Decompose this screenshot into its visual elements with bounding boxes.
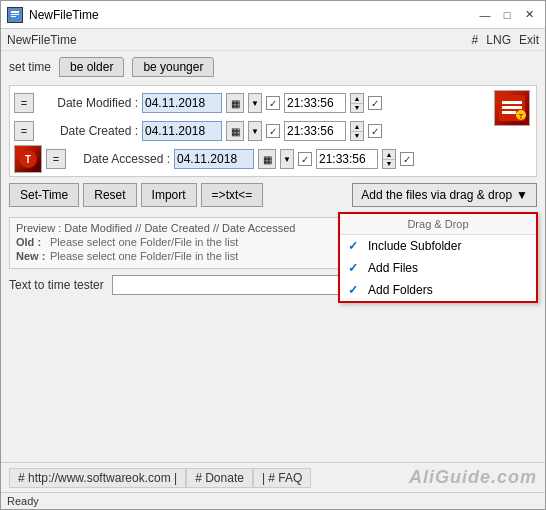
- dropdown-accessed-button[interactable]: ▼: [280, 149, 294, 169]
- app-window: NewFileTime — □ ✕ NewFileTime # LNG Exit…: [0, 0, 546, 510]
- menu-lng[interactable]: LNG: [486, 33, 511, 47]
- calendar-created-button[interactable]: ▦: [226, 121, 244, 141]
- add-files-dropdown: Drag & Drop ✓ Include Subfolder ✓ Add Fi…: [338, 212, 538, 303]
- title-bar: NewFileTime — □ ✕: [1, 1, 545, 29]
- bottom-link-faq[interactable]: | # FAQ: [253, 468, 311, 488]
- set-time-label: set time: [9, 60, 51, 74]
- time-accessed-input[interactable]: [316, 149, 378, 169]
- checkbox-created-time[interactable]: ✓: [368, 124, 382, 138]
- window-title: NewFileTime: [29, 8, 99, 22]
- checkbox-created[interactable]: ✓: [266, 124, 280, 138]
- toolbar-row: Set-Time Reset Import =>txt<= Add the fi…: [9, 183, 537, 207]
- dropdown-include-subfolder[interactable]: ✓ Include Subfolder: [340, 235, 536, 257]
- be-younger-tab[interactable]: be younger: [132, 57, 214, 77]
- preview-label: Preview :: [16, 222, 61, 234]
- preview-new-label: New :: [16, 250, 46, 262]
- reset-button[interactable]: Reset: [83, 183, 136, 207]
- status-bar: Ready: [1, 492, 545, 509]
- svg-rect-9: [502, 111, 516, 114]
- spin-accessed[interactable]: ▲ ▼: [382, 149, 396, 169]
- date-created-row: = Date Created : ▦ ▼ ✓ ▲ ▼ ✓: [14, 118, 532, 144]
- preview-new-value: Please select one Folder/File in the lis…: [50, 250, 238, 262]
- import-button[interactable]: Import: [141, 183, 197, 207]
- calendar-modified-button[interactable]: ▦: [226, 93, 244, 113]
- bottom-links: # http://www.softwareok.com | # Donate |…: [9, 468, 311, 488]
- checkbox-accessed[interactable]: ✓: [298, 152, 312, 166]
- minimize-button[interactable]: —: [475, 6, 495, 24]
- svg-text:T: T: [25, 154, 31, 165]
- close-button[interactable]: ✕: [519, 6, 539, 24]
- date-modified-input[interactable]: [142, 93, 222, 113]
- bottom-link-website[interactable]: # http://www.softwareok.com |: [9, 468, 186, 488]
- maximize-button[interactable]: □: [497, 6, 517, 24]
- menu-bar: NewFileTime # LNG Exit: [1, 29, 545, 51]
- app-name-menu[interactable]: NewFileTime: [7, 33, 77, 47]
- time-created-input[interactable]: [284, 121, 346, 141]
- date-accessed-input[interactable]: [174, 149, 254, 169]
- add-files-label: Add Files: [368, 261, 418, 275]
- dropdown-add-files[interactable]: ✓ Add Files: [340, 257, 536, 279]
- main-content: set time be older be younger = Date Modi…: [1, 51, 545, 462]
- spin-modified[interactable]: ▲ ▼: [350, 93, 364, 113]
- date-accessed-label: Date Accessed :: [70, 152, 170, 166]
- eq-button-accessed[interactable]: =: [46, 149, 66, 169]
- checkbox-modified[interactable]: ✓: [266, 96, 280, 110]
- add-files-button[interactable]: Add the files via drag & drop ▼: [352, 183, 537, 207]
- include-subfolder-label: Include Subfolder: [368, 239, 461, 253]
- eq-button-created[interactable]: =: [14, 121, 34, 141]
- calendar-accessed-button[interactable]: ▦: [258, 149, 276, 169]
- svg-rect-8: [502, 106, 522, 109]
- menu-hash[interactable]: #: [472, 33, 479, 47]
- dropdown-arrow-icon: ▼: [516, 188, 528, 202]
- app-icon: [7, 7, 23, 23]
- convert-button[interactable]: =>txt<=: [201, 183, 264, 207]
- check-subfolder: ✓: [348, 239, 362, 253]
- dropdown-header: Drag & Drop: [340, 214, 536, 235]
- bottom-link-donate[interactable]: # Donate: [186, 468, 253, 488]
- svg-rect-3: [11, 16, 16, 17]
- svg-rect-2: [11, 14, 19, 15]
- dropdown-add-folders[interactable]: ✓ Add Folders: [340, 279, 536, 301]
- app-icon-2: T: [14, 145, 42, 173]
- add-folders-label: Add Folders: [368, 283, 433, 297]
- time-modified-input[interactable]: [284, 93, 346, 113]
- eq-button-modified[interactable]: =: [14, 93, 34, 113]
- spin-created[interactable]: ▲ ▼: [350, 121, 364, 141]
- svg-rect-7: [502, 101, 522, 104]
- set-time-button[interactable]: Set-Time: [9, 183, 79, 207]
- app-icon-top-right: T: [494, 90, 530, 126]
- date-modified-label: Date Modified :: [38, 96, 138, 110]
- menu-exit[interactable]: Exit: [519, 33, 539, 47]
- dropdown-created-button[interactable]: ▼: [248, 121, 262, 141]
- date-modified-row: = Date Modified : ▦ ▼ ✓ ▲ ▼ ✓: [14, 90, 532, 116]
- dropdown-modified-button[interactable]: ▼: [248, 93, 262, 113]
- preview-old-label: Old :: [16, 236, 46, 248]
- date-rows-container: = Date Modified : ▦ ▼ ✓ ▲ ▼ ✓ = Da: [9, 85, 537, 177]
- date-rows-section: = Date Modified : ▦ ▼ ✓ ▲ ▼ ✓ = Da: [9, 85, 537, 177]
- tester-label: Text to time tester: [9, 278, 104, 292]
- preview-old-value: Please select one Folder/File in the lis…: [50, 236, 238, 248]
- bottom-bar: # http://www.softwareok.com | # Donate |…: [1, 462, 545, 492]
- svg-text:T: T: [519, 112, 524, 121]
- date-created-label: Date Created :: [38, 124, 138, 138]
- status-text: Ready: [7, 495, 39, 507]
- be-older-tab[interactable]: be older: [59, 57, 124, 77]
- preview-columns: Date Modified // Date Created // Date Ac…: [64, 222, 295, 234]
- date-created-input[interactable]: [142, 121, 222, 141]
- checkbox-modified-time[interactable]: ✓: [368, 96, 382, 110]
- check-folders: ✓: [348, 283, 362, 297]
- check-files: ✓: [348, 261, 362, 275]
- set-time-row: set time be older be younger: [9, 57, 537, 77]
- svg-rect-1: [11, 11, 19, 13]
- date-accessed-row: T = Date Accessed : ▦ ▼ ✓ ▲ ▼ ✓: [14, 146, 532, 172]
- watermark: AliGuide.com: [409, 467, 537, 488]
- checkbox-accessed-time[interactable]: ✓: [400, 152, 414, 166]
